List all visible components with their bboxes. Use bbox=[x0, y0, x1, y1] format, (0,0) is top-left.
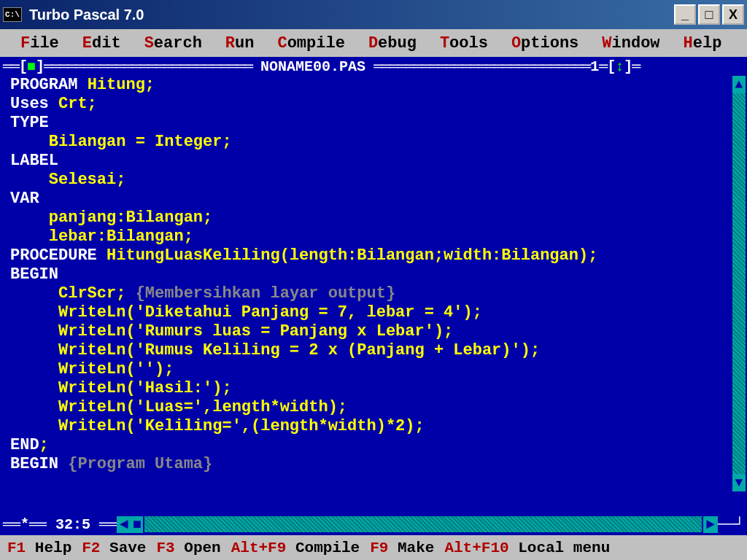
menu-search[interactable]: Search bbox=[133, 33, 214, 54]
code-line[interactable]: END; bbox=[10, 436, 737, 455]
app-window: C:\ Turbo Pascal 7.0 _ □ X FileEditSearc… bbox=[0, 0, 747, 560]
code-line[interactable]: LABEL bbox=[10, 152, 737, 171]
fn-key-label: Alt+F9 bbox=[231, 540, 287, 556]
menu-hotkey: D bbox=[368, 34, 378, 52]
code-line[interactable]: BEGIN bbox=[10, 265, 737, 284]
scroll-track[interactable] bbox=[732, 93, 746, 474]
code-line[interactable]: WriteLn('Hasil:'); bbox=[10, 379, 737, 398]
code-line[interactable]: WriteLn('Rumurs luas = Panjang x Lebar')… bbox=[10, 322, 737, 341]
menu-bar[interactable]: FileEditSearchRunCompileDebugToolsOption… bbox=[0, 29, 747, 57]
code-token: WriteLn('Diketahui Panjang = 7, lebar = … bbox=[10, 303, 482, 322]
hscroll-thumb-icon[interactable]: ■ bbox=[131, 516, 143, 533]
scroll-up-icon[interactable]: ▲ bbox=[732, 76, 746, 93]
horizontal-scrollbar[interactable] bbox=[144, 516, 702, 532]
code-token: WriteLn('Keliling=',(length*width)*2); bbox=[10, 417, 425, 435]
fn-action-label: Help bbox=[26, 540, 71, 556]
code-line[interactable]: Bilangan = Integer; bbox=[10, 133, 737, 152]
fn-f1[interactable]: F1 Help bbox=[7, 540, 82, 556]
fn-key-label: F9 bbox=[370, 540, 388, 556]
menu-hotkey: W bbox=[602, 34, 611, 52]
close-button[interactable]: X bbox=[722, 4, 744, 25]
menu-compile[interactable]: Compile bbox=[266, 33, 356, 54]
code-line[interactable]: WriteLn(''); bbox=[10, 360, 737, 379]
editor-status-line: ══*══ 32:5 ══◄■►──┘ bbox=[0, 513, 747, 535]
titlebar[interactable]: C:\ Turbo Pascal 7.0 _ □ X bbox=[0, 0, 747, 29]
menu-file[interactable]: File bbox=[9, 33, 71, 54]
editor-close-icon[interactable]: ■ bbox=[27, 58, 36, 75]
menu-hotkey: T bbox=[440, 34, 449, 52]
fn-f3[interactable]: F3 Open bbox=[156, 540, 231, 556]
code-line[interactable]: WriteLn('Rumus Keliling = 2 x (Panjang +… bbox=[10, 341, 737, 360]
menu-hotkey: S bbox=[144, 34, 154, 52]
code-token: Uses bbox=[10, 95, 58, 113]
code-line[interactable]: Selesai; bbox=[10, 171, 737, 190]
menu-edit[interactable]: Edit bbox=[71, 33, 133, 54]
code-token: END bbox=[10, 436, 39, 454]
code-token: panjang:Bilangan; bbox=[10, 209, 212, 227]
code-line[interactable]: WriteLn('Diketahui Panjang = 7, lebar = … bbox=[10, 303, 737, 322]
code-token: HitungLuasKeliling(length:Bilangan;width… bbox=[107, 246, 597, 265]
maximize-button[interactable]: □ bbox=[698, 4, 720, 25]
code-line[interactable]: TYPE bbox=[10, 114, 737, 133]
fn-key-label: F2 bbox=[82, 540, 100, 556]
fn-key-label: F3 bbox=[156, 540, 174, 556]
editor-zoom-icon[interactable]: ↕ bbox=[615, 58, 624, 75]
code-token: PROCEDURE bbox=[10, 246, 107, 265]
fn-action-label: Open bbox=[175, 540, 221, 556]
scroll-left-icon[interactable]: ◄ bbox=[117, 516, 131, 533]
menu-tools[interactable]: Tools bbox=[428, 33, 500, 54]
fn-action-label: Save bbox=[100, 540, 146, 556]
code-token: lebar:Bilangan; bbox=[10, 228, 193, 246]
code-line[interactable]: WriteLn('Keliling=',(length*width)*2); bbox=[10, 417, 737, 436]
system-menu-icon[interactable]: C:\ bbox=[3, 7, 22, 22]
fn-action-label: Local menu bbox=[509, 540, 611, 556]
function-key-bar[interactable]: F1 HelpF2 SaveF3 OpenAlt+F9 CompileF9 Ma… bbox=[0, 535, 747, 560]
menu-label: ptions bbox=[521, 34, 578, 52]
menu-window[interactable]: Window bbox=[590, 33, 671, 54]
code-token: {Membersihkan layar output} bbox=[136, 284, 395, 303]
menu-label: un bbox=[235, 34, 254, 52]
code-token: {Program Utama} bbox=[68, 455, 212, 473]
menu-options[interactable]: Options bbox=[500, 33, 590, 54]
editor-window-number: 1 bbox=[590, 58, 599, 75]
modified-indicator-icon: * bbox=[20, 516, 29, 533]
code-line[interactable]: lebar:Bilangan; bbox=[10, 228, 737, 246]
code-line[interactable]: ClrScr; {Membersihkan layar output} bbox=[10, 284, 737, 303]
code-token: LABEL bbox=[10, 152, 58, 170]
fn-alt-f9[interactable]: Alt+F9 Compile bbox=[231, 540, 370, 556]
fn-key-label: Alt+F10 bbox=[444, 540, 508, 556]
code-token: WriteLn('Rumurs luas = Panjang x Lebar')… bbox=[10, 322, 453, 341]
code-editor[interactable]: PROGRAM Hitung;Uses Crt;TYPE Bilangan = … bbox=[0, 76, 747, 513]
fn-f2[interactable]: F2 Save bbox=[82, 540, 156, 556]
minimize-button[interactable]: _ bbox=[674, 4, 696, 25]
code-token: ; bbox=[39, 436, 49, 454]
window-controls: _ □ X bbox=[674, 4, 744, 25]
fn-f9[interactable]: F9 Make bbox=[370, 540, 444, 556]
menu-run[interactable]: Run bbox=[214, 33, 266, 54]
code-line[interactable]: panjang:Bilangan; bbox=[10, 209, 737, 228]
window-title: Turbo Pascal 7.0 bbox=[29, 7, 674, 23]
menu-label: ebug bbox=[378, 34, 417, 52]
fn-action-label: Compile bbox=[286, 540, 360, 556]
code-line[interactable]: PROCEDURE HitungLuasKeliling(length:Bila… bbox=[10, 246, 737, 265]
code-token: WriteLn(''); bbox=[10, 360, 174, 378]
code-token: Crt; bbox=[58, 95, 97, 113]
code-token: BEGIN bbox=[10, 455, 68, 473]
vertical-scrollbar[interactable]: ▲ ▼ bbox=[732, 76, 746, 491]
menu-help[interactable]: Help bbox=[672, 33, 734, 54]
code-line[interactable]: PROGRAM Hitung; bbox=[10, 76, 737, 95]
menu-debug[interactable]: Debug bbox=[357, 33, 428, 54]
fn-action-label: Make bbox=[388, 540, 434, 556]
code-line[interactable]: VAR bbox=[10, 190, 737, 209]
code-token: TYPE bbox=[10, 114, 49, 132]
code-token: Bilangan = Integer; bbox=[10, 133, 232, 151]
code-line[interactable]: BEGIN {Program Utama} bbox=[10, 455, 737, 474]
scroll-down-icon[interactable]: ▼ bbox=[732, 474, 746, 491]
code-line[interactable]: Uses Crt; bbox=[10, 95, 737, 114]
fn-alt-f10[interactable]: Alt+F10 Local menu bbox=[444, 540, 620, 556]
code-line[interactable]: WriteLn('Luas=',length*width); bbox=[10, 398, 737, 417]
code-token: WriteLn('Rumus Keliling = 2 x (Panjang +… bbox=[10, 341, 540, 359]
editor-filename: NONAME00.PAS bbox=[260, 58, 365, 75]
fn-key-label: F1 bbox=[7, 540, 26, 556]
scroll-right-icon[interactable]: ► bbox=[703, 516, 718, 533]
